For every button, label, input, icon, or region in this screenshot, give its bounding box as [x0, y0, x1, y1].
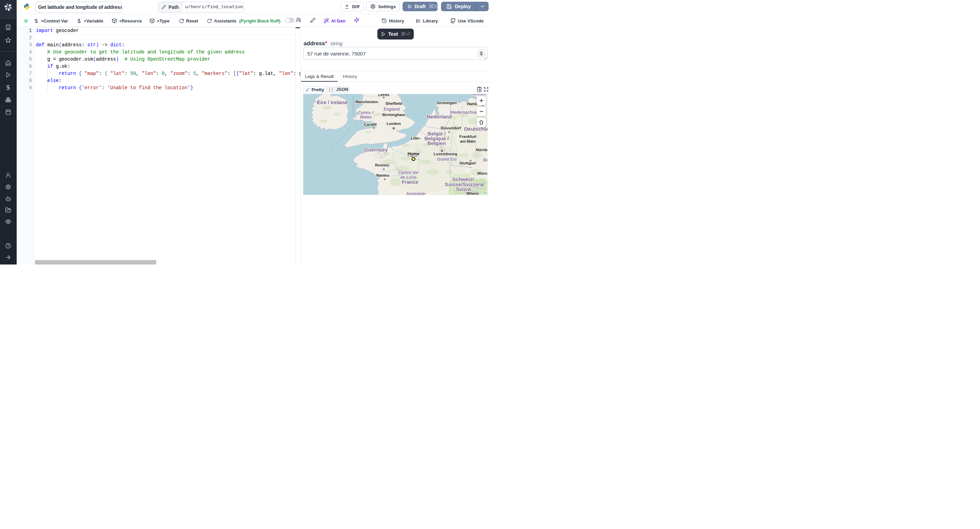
- svg-text:am Main: am Main: [460, 139, 476, 143]
- svg-text:München: München: [477, 171, 488, 175]
- svg-text:Groningen: Groningen: [437, 101, 457, 105]
- svg-text:Luxembourg: Luxembourg: [434, 152, 457, 156]
- svg-text:Grand Est: Grand Est: [437, 157, 457, 162]
- svg-text:Éire / Ireland: Éire / Ireland: [317, 99, 347, 105]
- svg-text:Auvergne-: Auvergne-: [406, 191, 426, 195]
- svg-text:Birmingham: Birmingham: [382, 113, 405, 117]
- svg-text:Centre-Val: Centre-Val: [398, 170, 418, 175]
- svg-text:Stuttgart: Stuttgart: [460, 161, 476, 165]
- svg-text:Sheffield: Sheffield: [385, 102, 402, 105]
- svg-text:Holstein: Holstein: [471, 94, 487, 96]
- svg-text:Nederland: Nederland: [427, 114, 452, 120]
- svg-text:Rennes: Rennes: [375, 163, 389, 167]
- svg-text:Wales: Wales: [360, 115, 372, 120]
- svg-text:Niedersachsen: Niedersachsen: [450, 110, 479, 115]
- svg-text:Cardiff: Cardiff: [364, 123, 376, 127]
- svg-text:Nürnberg: Nürnberg: [476, 148, 487, 152]
- svg-text:France: France: [401, 179, 418, 185]
- svg-text:Lille: Lille: [411, 136, 418, 140]
- svg-text:Guernsey: Guernsey: [364, 147, 388, 153]
- svg-text:Bay: Bay: [483, 158, 488, 163]
- svg-text:Belgien: Belgien: [427, 140, 446, 146]
- svg-text:Düsseldorf: Düsseldorf: [441, 126, 461, 130]
- svg-text:England: England: [383, 107, 400, 112]
- svg-text:Deutschland: Deutschland: [464, 126, 488, 132]
- svg-text:London: London: [387, 121, 401, 126]
- svg-text:Frankfurt: Frankfurt: [460, 134, 477, 139]
- svg-text:Home: Home: [408, 151, 420, 156]
- svg-text:Leeds: Leeds: [378, 94, 389, 97]
- svg-text:Milano: Milano: [466, 191, 479, 195]
- svg-text:Nantes: Nantes: [376, 173, 389, 177]
- svg-text:Manchester: Manchester: [356, 100, 377, 104]
